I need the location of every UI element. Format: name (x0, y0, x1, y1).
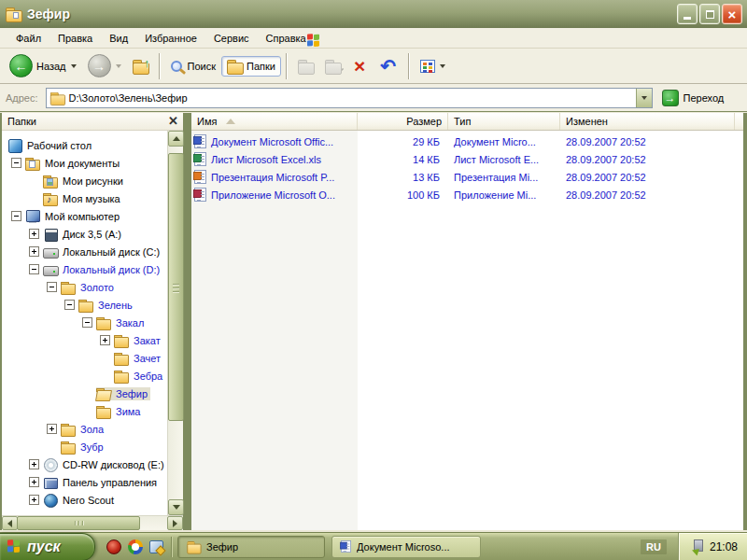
back-button[interactable]: ← Назад (4, 50, 82, 81)
horizontal-scroll-thumb[interactable] (17, 516, 140, 530)
expand-icon[interactable] (29, 459, 39, 469)
media-player-quicklaunch-icon[interactable] (128, 539, 143, 554)
collapse-icon[interactable] (64, 300, 75, 310)
language-indicator[interactable]: RU (641, 539, 667, 554)
tree-item-control-panel[interactable]: Панель управления (2, 473, 167, 491)
taskbar-divider (171, 537, 172, 557)
delete-button[interactable]: × (346, 52, 373, 79)
search-button[interactable]: Поиск (165, 57, 221, 76)
minimize-button[interactable] (677, 4, 698, 24)
collapse-icon[interactable] (47, 282, 57, 292)
music-folder-icon (43, 192, 58, 205)
delete-icon: × (352, 56, 367, 76)
views-icon (420, 60, 435, 73)
tree-item-zakal[interactable]: Закал (2, 314, 167, 331)
menu-tools[interactable]: Сервис (205, 30, 258, 47)
tree-item-desktop[interactable]: Рабочий стол (2, 136, 167, 154)
tree-item-zola[interactable]: Зола (2, 420, 167, 438)
tree-item-cdrw-e[interactable]: CD-RW дисковод (E:) (2, 455, 167, 473)
menu-help[interactable]: Справка (258, 30, 315, 47)
collapse-icon[interactable] (29, 264, 39, 274)
tree-item-zubr[interactable]: Зубр (2, 438, 167, 455)
tree-item-zoloto[interactable]: Золото (2, 278, 167, 296)
address-dropdown-button[interactable] (636, 89, 652, 107)
expand-icon[interactable] (100, 335, 110, 345)
file-row-access[interactable]: Приложение Microsoft O... 100 КБ Приложе… (191, 186, 743, 203)
file-row-powerpoint[interactable]: Презентация Microsoft P... 13 КБ Презент… (191, 168, 743, 186)
show-desktop-icon[interactable] (149, 540, 163, 553)
collapse-icon[interactable] (82, 317, 92, 328)
menu-favorites[interactable]: Избранное (136, 30, 205, 47)
folder-tree: Рабочий стол Мои документы Мои рисунки М… (2, 131, 167, 515)
scroll-down-button[interactable] (168, 499, 184, 515)
tree-horizontal-scrollbar[interactable] (2, 515, 183, 530)
collapse-icon[interactable] (11, 211, 21, 221)
folders-panel-title: Папки (7, 116, 36, 127)
scroll-left-button[interactable] (2, 516, 18, 530)
address-combo[interactable]: D:\Золото\Зелень\Зефир (46, 88, 653, 108)
collapse-icon[interactable] (11, 158, 21, 168)
tree-item-zakat[interactable]: Закат (2, 331, 167, 349)
task-button-word-document[interactable]: Документ Microso... (331, 536, 481, 558)
nero-scout-icon (43, 494, 58, 507)
column-header-name[interactable]: Имя (191, 113, 358, 130)
tree-item-zelen[interactable]: Зелень (2, 296, 167, 314)
menu-view[interactable]: Вид (101, 30, 136, 47)
expand-icon[interactable] (29, 229, 39, 239)
close-icon: × (728, 7, 737, 21)
go-button[interactable]: → Переход (662, 90, 725, 106)
windows-logo-icon (307, 33, 321, 48)
tree-item-my-documents[interactable]: Мои документы (2, 154, 167, 172)
restore-button[interactable] (699, 4, 720, 24)
expand-icon[interactable] (29, 477, 39, 487)
undo-button[interactable]: ↶ (373, 53, 403, 79)
up-button[interactable]: ↑ (127, 56, 154, 77)
column-header-type[interactable]: Тип (448, 113, 560, 130)
start-button[interactable]: пуск (0, 533, 95, 560)
tree-item-my-music[interactable]: Моя музыка (2, 189, 167, 207)
restore-icon (706, 10, 714, 19)
nero-quicklaunch-icon[interactable] (106, 539, 121, 554)
menu-edit[interactable]: Правка (49, 30, 101, 47)
file-row-excel[interactable]: Лист Microsoft Excel.xls 14 КБ Лист Micr… (191, 150, 743, 168)
tree-item-zebra[interactable]: Зебра (2, 367, 167, 385)
tree-item-my-computer[interactable]: Мой компьютер (2, 207, 167, 225)
desktop-screen: Зефир × Файл Правка Вид Избранное Сервис… (0, 0, 747, 560)
expand-icon[interactable] (47, 424, 57, 434)
safely-remove-hardware-icon[interactable] (690, 539, 704, 553)
scroll-up-button[interactable] (168, 131, 184, 147)
expand-icon[interactable] (29, 246, 39, 257)
menu-file[interactable]: Файл (7, 30, 49, 47)
tree-item-disk-d[interactable]: Локальный диск (D:) (2, 260, 167, 278)
expand-icon[interactable] (29, 495, 39, 505)
tree-item-nero-scout[interactable]: Nero Scout (2, 491, 167, 509)
file-row-word[interactable]: Документ Microsoft Offic... 29 КБ Докуме… (191, 133, 743, 150)
views-button[interactable] (415, 56, 451, 77)
tree-item-floppy-a[interactable]: Диск 3,5 (A:) (2, 225, 167, 243)
folder-icon (96, 405, 111, 418)
address-value[interactable]: D:\Золото\Зелень\Зефир (69, 92, 188, 104)
task-button-zefir[interactable]: Зефир (177, 536, 325, 558)
tree-item-zefir-selected[interactable]: Зефир (2, 385, 167, 402)
toolbar-separator (408, 53, 410, 79)
vertical-scroll-thumb[interactable] (168, 153, 184, 421)
floppy-icon (43, 228, 58, 241)
folders-button[interactable]: Папки (221, 56, 281, 77)
scroll-right-button[interactable] (167, 516, 183, 530)
tree-item-zachet[interactable]: Зачет (2, 349, 167, 367)
forward-button[interactable]: → (82, 50, 127, 81)
tree-vertical-scrollbar[interactable] (167, 131, 183, 515)
folders-panel: Папки ✕ Рабочий стол Мои документы Мои р… (2, 113, 183, 530)
tree-item-my-pictures[interactable]: Мои рисунки (2, 172, 167, 189)
folders-panel-close-icon[interactable]: ✕ (168, 115, 178, 127)
back-dropdown-icon[interactable] (71, 64, 77, 68)
column-header-size[interactable]: Размер (358, 113, 448, 130)
excel-sheet-icon (194, 152, 206, 166)
tree-item-disk-c[interactable]: Локальный диск (C:) (2, 243, 167, 260)
cd-drive-icon (43, 458, 58, 471)
tree-item-zima[interactable]: Зима (2, 402, 167, 420)
control-panel-icon (43, 476, 58, 489)
views-dropdown-icon[interactable] (440, 64, 445, 68)
close-button[interactable]: × (722, 4, 742, 24)
column-header-modified[interactable]: Изменен (560, 113, 735, 130)
